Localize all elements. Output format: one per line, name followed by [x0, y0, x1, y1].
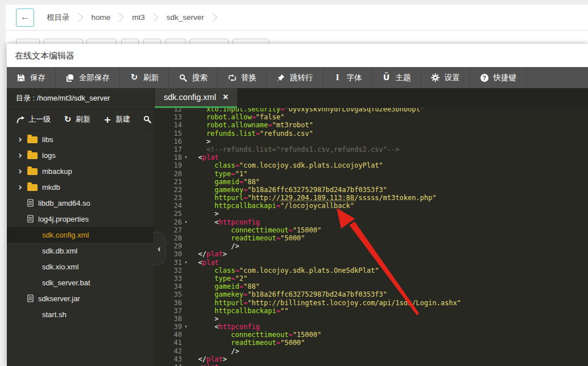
- fold-marker-icon[interactable]: ▾: [182, 153, 190, 161]
- folder-icon: [27, 152, 38, 159]
- code-line: 25 >: [154, 210, 588, 218]
- sidebar-nav-label: 上一级: [28, 114, 51, 124]
- fold-gutter: [182, 138, 190, 145]
- tree-item-mbackup[interactable]: ›mbackup: [7, 163, 154, 179]
- fold-gutter: [182, 242, 190, 250]
- code-text: />: [190, 347, 588, 355]
- line-number: 20: [154, 170, 182, 178]
- tree-item-log4j.properties[interactable]: log4j.properties: [7, 211, 154, 227]
- code-text: gameid="88": [190, 282, 588, 290]
- breadcrumb-item[interactable]: sdk_server: [161, 13, 209, 22]
- toolbar-button-快捷键[interactable]: ?快捷键: [470, 67, 527, 88]
- code-line: 35 gamekey="b18a26ffc632752987bd24a7bf03…: [154, 290, 588, 298]
- line-number: 22: [154, 186, 182, 194]
- breadcrumb-item[interactable]: mt3: [126, 13, 150, 22]
- line-number: 24: [154, 202, 182, 210]
- tree-item-libdb_amd64.so[interactable]: libdb_amd64.so: [7, 195, 154, 211]
- chevron-right-icon[interactable]: ›: [18, 163, 27, 179]
- toolbar-button-设置[interactable]: 设置: [421, 67, 470, 88]
- sidebar-nav-刷新[interactable]: ↻刷新: [63, 114, 90, 124]
- code-text: gameid="88": [190, 178, 588, 186]
- file-icon: [27, 215, 34, 223]
- code-line: 16 >: [154, 138, 588, 145]
- toolbar-button-label: 替换: [241, 73, 256, 83]
- chevron-right-icon[interactable]: ›: [18, 131, 27, 147]
- fold-gutter: [182, 113, 190, 121]
- back-button[interactable]: ←: [16, 9, 34, 27]
- tree-item-sdk_server.bat[interactable]: sdk_server.bat: [7, 274, 154, 290]
- toolbar-button-替换[interactable]: 替换: [218, 67, 267, 88]
- code-text: refunds.list="refunds.csv": [190, 130, 588, 138]
- toolbar-button-字体[interactable]: I字体: [324, 67, 372, 88]
- toolbar-button-主题[interactable]: Ü主题: [372, 67, 421, 88]
- sidebar-collapse-button[interactable]: ‹: [153, 232, 166, 265]
- toolbar-button-刷新[interactable]: ↻刷新: [120, 67, 169, 88]
- code-line: 22 gamekey="b18a26ffc632752987bd24a7bf03…: [154, 186, 588, 194]
- breadcrumb-item[interactable]: 根目录: [41, 13, 74, 23]
- tree-item-label: logs: [42, 151, 56, 160]
- tree-item-sdk.db.xml[interactable]: sdk.db.xml: [7, 243, 154, 259]
- tree-item-sdk.xio.xml[interactable]: sdk.xio.xml: [7, 259, 154, 274]
- fold-marker-icon[interactable]: ▾: [182, 363, 190, 366]
- line-number: 44: [154, 363, 182, 366]
- sidebar-nav-上一级[interactable]: 上一级: [16, 114, 51, 124]
- file-tree: ›libs›logs›mbackup›mkdblibdb_amd64.solog…: [7, 130, 154, 322]
- toolbar-button-搜索[interactable]: 搜索: [169, 67, 218, 88]
- toolbar-button-全部保存[interactable]: 全部保存: [56, 67, 120, 88]
- toolbar-button-label: 主题: [396, 73, 411, 83]
- code-text: connecttimeout="15000": [190, 226, 588, 234]
- fold-gutter: [182, 290, 190, 298]
- chevron-right-icon[interactable]: ›: [18, 147, 27, 163]
- sidebar-nav-新建[interactable]: +新建: [103, 114, 130, 124]
- tree-item-start.sh[interactable]: start.sh: [7, 306, 154, 322]
- tree-item-sdk.config.xml[interactable]: sdk.config.xml: [7, 227, 154, 243]
- line-number: 38: [154, 315, 182, 323]
- toolbar-button-保存[interactable]: 保存: [7, 67, 56, 88]
- code-text: robot.allow="false": [190, 113, 588, 121]
- modal-title: 在线文本编辑器: [7, 44, 588, 67]
- tree-item-sdkserver.jar[interactable]: sdkserver.jar: [7, 290, 154, 306]
- sidebar-nav: 上一级↻刷新+新建搜索: [7, 109, 154, 130]
- fold-gutter: [182, 339, 190, 347]
- breadcrumb-items: 根目录homemt3sdk_server: [41, 13, 220, 23]
- breadcrumb-chevron-icon: [150, 13, 159, 22]
- code-line: 27 connecttimeout="15000": [154, 226, 588, 234]
- tree-item-label: mbackup: [42, 167, 72, 176]
- tree-item-mkdb[interactable]: ›mkdb: [7, 179, 154, 195]
- tree-item-logs[interactable]: ›logs: [7, 147, 154, 163]
- chevron-right-icon[interactable]: ›: [18, 179, 27, 195]
- code-text: >: [190, 210, 588, 218]
- font-icon: I: [333, 73, 342, 82]
- line-number: 42: [154, 347, 182, 355]
- line-number: 40: [154, 331, 182, 339]
- online-text-editor-modal: 在线文本编辑器 保存全部保存↻刷新搜索替换跳转行I字体Ü主题设置?快捷键 目录 …: [7, 44, 588, 366]
- code-text: httpcallbackapi="": [190, 307, 588, 315]
- code-line: 21 gameid="88": [154, 178, 588, 186]
- code-line: 40 connecttimeout="15000": [154, 331, 588, 339]
- sidebar-nav-label: 刷新: [76, 114, 90, 124]
- tab-sdk-config-xml[interactable]: sdk.config.xml ×: [155, 88, 237, 108]
- code-text: class="com.locojoy.sdk.plats.LocojoyPlat…: [190, 161, 588, 169]
- fold-marker-icon[interactable]: ▾: [182, 259, 190, 267]
- file-icon: [27, 199, 34, 207]
- code-line: 37 httpcallbackapi="": [154, 307, 588, 315]
- fold-marker-icon[interactable]: ▾: [182, 323, 190, 331]
- code-line: 14 robot.allowname="mt3robot": [154, 121, 588, 129]
- code-text: xto.input.security="OyvxyskvnnydrLovgasq…: [190, 108, 588, 113]
- tab-label: sdk.config.xml: [164, 93, 216, 102]
- fold-gutter: [182, 331, 190, 339]
- toolbar-button-label: 全部保存: [79, 73, 110, 83]
- toolbar-button-跳转行[interactable]: 跳转行: [267, 67, 324, 88]
- code-editor[interactable]: 12 xto.input.security="OyvxyskvnnydrLovg…: [154, 108, 588, 366]
- fold-marker-icon[interactable]: ▾: [182, 218, 190, 226]
- tab-close-icon[interactable]: ×: [223, 93, 228, 101]
- code-line: 38 >: [154, 315, 588, 323]
- code-line: 28 readtimeout="5000": [154, 234, 588, 242]
- code-line: 33 type="2": [154, 274, 588, 282]
- tree-item-label: sdk.config.xml: [42, 231, 89, 239]
- breadcrumb-item[interactable]: home: [86, 13, 115, 22]
- tree-item-libs[interactable]: ›libs: [7, 131, 154, 147]
- search-icon: [179, 74, 188, 82]
- fold-gutter: [182, 250, 190, 258]
- replace-icon: [227, 74, 237, 82]
